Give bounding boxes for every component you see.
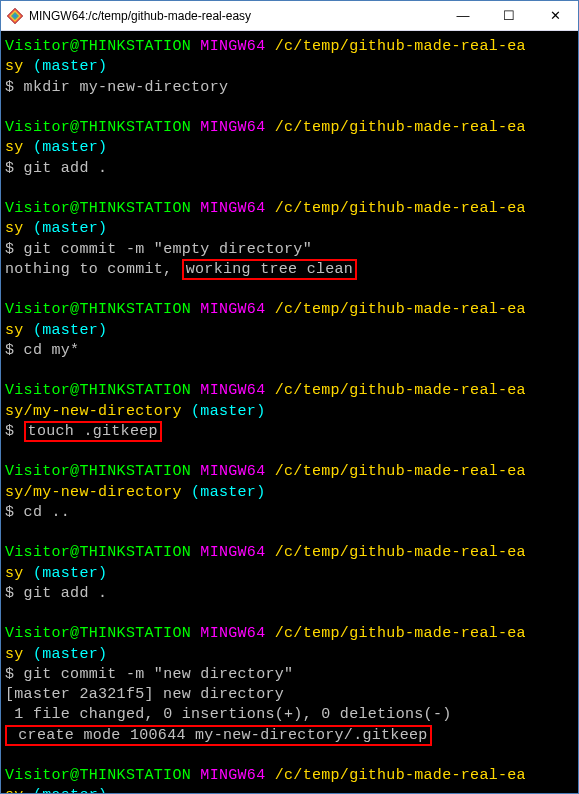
prompt-dollar: $ — [5, 342, 24, 359]
command: git commit -m "new directory" — [24, 666, 294, 683]
maximize-button[interactable]: ☐ — [486, 1, 532, 31]
command: cd .. — [24, 504, 71, 521]
output-text: nothing to commit, — [5, 261, 182, 278]
shell-label: MINGW64 — [191, 119, 275, 136]
close-button[interactable]: ✕ — [532, 1, 578, 31]
shell-label: MINGW64 — [191, 200, 275, 217]
prompt-line: sy (master) — [5, 786, 574, 793]
branch: (master) — [182, 484, 266, 501]
cwd: /c/temp/github-made-real-ea — [275, 463, 526, 480]
prompt-line: sy (master) — [5, 138, 574, 158]
cwd-sub: /my-new-directory — [24, 484, 182, 501]
output-line: create mode 100644 my-new-directory/.git… — [5, 726, 574, 746]
minimize-button[interactable]: — — [440, 1, 486, 31]
user-host: Visitor@THINKSTATION — [5, 119, 191, 136]
user-host: Visitor@THINKSTATION — [5, 625, 191, 642]
shell-label: MINGW64 — [191, 625, 275, 642]
prompt-line: sy (master) — [5, 57, 574, 77]
command-line: $ git add . — [5, 159, 574, 179]
prompt-dollar: $ — [5, 585, 24, 602]
cwd-tail: sy — [5, 787, 24, 793]
prompt-dollar: $ — [5, 79, 24, 96]
branch: (master) — [24, 58, 108, 75]
cwd: /c/temp/github-made-real-ea — [275, 38, 526, 55]
output-line: nothing to commit, working tree clean — [5, 260, 574, 280]
prompt-line: Visitor@THINKSTATION MINGW64 /c/temp/git… — [5, 624, 574, 644]
shell-label: MINGW64 — [191, 301, 275, 318]
shell-label: MINGW64 — [191, 38, 275, 55]
branch: (master) — [24, 787, 108, 793]
prompt-line: Visitor@THINKSTATION MINGW64 /c/temp/git… — [5, 543, 574, 563]
command-line: $ mkdir my-new-directory — [5, 78, 574, 98]
prompt-line: Visitor@THINKSTATION MINGW64 /c/temp/git… — [5, 766, 574, 786]
cwd-sub: /my-new-directory — [24, 403, 182, 420]
terminal-window: MINGW64:/c/temp/github-made-real-easy — … — [0, 0, 579, 794]
prompt-dollar: $ — [5, 666, 24, 683]
cwd-tail: sy — [5, 646, 24, 663]
cwd-tail: sy — [5, 58, 24, 75]
prompt-line: Visitor@THINKSTATION MINGW64 /c/temp/git… — [5, 118, 574, 138]
prompt-line: Visitor@THINKSTATION MINGW64 /c/temp/git… — [5, 462, 574, 482]
highlighted-command: touch .gitkeep — [24, 421, 162, 442]
cwd: /c/temp/github-made-real-ea — [275, 382, 526, 399]
shell-label: MINGW64 — [191, 463, 275, 480]
command: git add . — [24, 160, 108, 177]
cwd: /c/temp/github-made-real-ea — [275, 200, 526, 217]
cwd-tail: sy — [5, 139, 24, 156]
prompt-line: sy (master) — [5, 645, 574, 665]
maximize-icon: ☐ — [503, 8, 515, 23]
prompt-line: Visitor@THINKSTATION MINGW64 /c/temp/git… — [5, 300, 574, 320]
prompt-dollar: $ — [5, 423, 24, 440]
cwd-tail: sy — [5, 565, 24, 582]
command-line: $ touch .gitkeep — [5, 422, 574, 442]
window-title: MINGW64:/c/temp/github-made-real-easy — [29, 9, 440, 23]
cwd: /c/temp/github-made-real-ea — [275, 544, 526, 561]
shell-label: MINGW64 — [191, 382, 275, 399]
prompt-dollar: $ — [5, 504, 24, 521]
prompt-line: Visitor@THINKSTATION MINGW64 /c/temp/git… — [5, 381, 574, 401]
close-icon: ✕ — [550, 8, 561, 23]
command-line: $ git commit -m "empty directory" — [5, 240, 574, 260]
cwd: /c/temp/github-made-real-ea — [275, 119, 526, 136]
prompt-line: Visitor@THINKSTATION MINGW64 /c/temp/git… — [5, 199, 574, 219]
user-host: Visitor@THINKSTATION — [5, 38, 191, 55]
user-host: Visitor@THINKSTATION — [5, 463, 191, 480]
user-host: Visitor@THINKSTATION — [5, 544, 191, 561]
branch: (master) — [24, 139, 108, 156]
prompt-dollar: $ — [5, 160, 24, 177]
user-host: Visitor@THINKSTATION — [5, 382, 191, 399]
branch: (master) — [24, 646, 108, 663]
shell-label: MINGW64 — [191, 767, 275, 784]
cwd-tail: sy — [5, 484, 24, 501]
branch: (master) — [182, 403, 266, 420]
command-line: $ git commit -m "new directory" — [5, 665, 574, 685]
branch: (master) — [24, 322, 108, 339]
cwd-tail: sy — [5, 220, 24, 237]
titlebar[interactable]: MINGW64:/c/temp/github-made-real-easy — … — [1, 1, 578, 31]
branch: (master) — [24, 565, 108, 582]
shell-label: MINGW64 — [191, 544, 275, 561]
command: git add . — [24, 585, 108, 602]
user-host: Visitor@THINKSTATION — [5, 301, 191, 318]
prompt-line: sy/my-new-directory (master) — [5, 483, 574, 503]
output-line: [master 2a321f5] new directory — [5, 685, 574, 705]
command-line: $ cd .. — [5, 503, 574, 523]
prompt-line: sy (master) — [5, 321, 574, 341]
cwd: /c/temp/github-made-real-ea — [275, 767, 526, 784]
highlighted-output: working tree clean — [182, 259, 357, 280]
command-line: $ cd my* — [5, 341, 574, 361]
user-host: Visitor@THINKSTATION — [5, 200, 191, 217]
cwd-tail: sy — [5, 322, 24, 339]
cwd: /c/temp/github-made-real-ea — [275, 625, 526, 642]
terminal-output[interactable]: Visitor@THINKSTATION MINGW64 /c/temp/git… — [1, 31, 578, 793]
minimize-icon: — — [457, 8, 470, 23]
command: cd my* — [24, 342, 80, 359]
cwd-tail: sy — [5, 403, 24, 420]
prompt-line: sy (master) — [5, 564, 574, 584]
cwd: /c/temp/github-made-real-ea — [275, 301, 526, 318]
prompt-line: sy (master) — [5, 219, 574, 239]
branch: (master) — [24, 220, 108, 237]
output-line: 1 file changed, 0 insertions(+), 0 delet… — [5, 705, 574, 725]
app-icon — [7, 8, 23, 24]
command: mkdir my-new-directory — [24, 79, 229, 96]
